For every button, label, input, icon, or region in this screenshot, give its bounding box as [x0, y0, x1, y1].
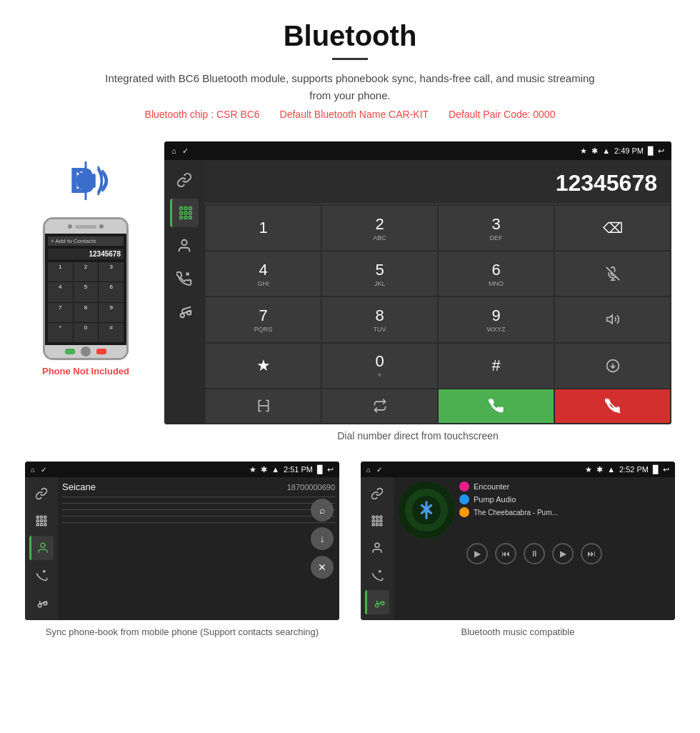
dial-key-3[interactable]: 3DEF	[439, 206, 554, 250]
svg-rect-5	[179, 211, 182, 214]
android-status-bar: ⌂ ✓ ★ ✱ ▲ 2:49 PM ▉ ↩	[164, 141, 671, 160]
search-contact-btn[interactable]: ⌕	[311, 499, 334, 522]
svg-rect-37	[376, 516, 379, 518]
phone-home-btn[interactable]	[81, 346, 91, 356]
phone-key-8[interactable]: 8	[74, 303, 99, 322]
ms-icon-contacts[interactable]	[365, 536, 389, 560]
svg-rect-44	[380, 524, 382, 526]
ms-icon-music[interactable]	[365, 590, 389, 614]
dial-key-6[interactable]: 6MNO	[439, 251, 554, 296]
status-right: ★ ✱ ▲ 2:49 PM ▉ ↩	[580, 146, 664, 156]
contacts-status-left: ⌂ ✓	[31, 466, 46, 474]
phone-call-btn[interactable]	[65, 349, 75, 354]
track-pump: Pump Audio	[459, 494, 671, 504]
svg-rect-3	[184, 207, 187, 210]
cs-icon-music[interactable]	[29, 590, 54, 614]
sidebar-icon-music[interactable]	[170, 297, 199, 326]
svg-point-45	[375, 543, 379, 547]
usb-icon-small: ✓	[41, 466, 46, 474]
svg-rect-38	[380, 516, 382, 518]
spec-chip: Bluetooth chip : CSR BC6	[145, 109, 260, 120]
spec-code: Default Pair Code: 0000	[449, 109, 555, 120]
sidebar-icon-calls[interactable]	[170, 264, 199, 293]
music-status-left: ⌂ ✓	[366, 466, 382, 474]
dial-key-9[interactable]: 9WXYZ	[439, 297, 554, 341]
home-icon-music: ⌂	[366, 466, 371, 474]
sidebar-icon-contacts[interactable]	[170, 231, 199, 260]
svg-rect-9	[184, 216, 187, 219]
usb-icon-music: ✓	[376, 466, 382, 474]
phone-key-2[interactable]: 2	[74, 262, 99, 281]
dial-key-4[interactable]: 4GHI	[206, 251, 321, 296]
dial-key-8[interactable]: 8TUV	[322, 297, 437, 341]
music-screenshot: ⌂ ✓ ★ ✱ ▲ 2:52 PM ▉ ↩	[357, 462, 679, 644]
dial-key-speaker[interactable]	[555, 297, 670, 341]
phone-key-4[interactable]: 4	[48, 282, 73, 301]
music-pause-btn[interactable]: ⏸	[524, 543, 545, 564]
cs-icon-calls[interactable]	[29, 563, 54, 587]
dial-key-call[interactable]	[439, 389, 554, 423]
music-note-icon: ♪	[446, 523, 452, 536]
ms-icon-dialpad[interactable]	[365, 509, 389, 533]
bluetooth-icon-wrapper: ⬢ B	[61, 156, 111, 206]
dial-key-end[interactable]	[555, 389, 670, 423]
svg-rect-40	[376, 520, 379, 522]
svg-rect-32	[44, 524, 46, 526]
phone-key-1[interactable]: 1	[48, 262, 73, 281]
dial-key-merge[interactable]	[206, 389, 321, 423]
svg-rect-36	[372, 516, 374, 518]
dial-key-swap[interactable]	[322, 389, 437, 423]
dial-key-mute[interactable]	[555, 251, 670, 296]
phone-key-9[interactable]: 9	[99, 303, 124, 322]
delete-contact-btn[interactable]: ✕	[311, 556, 334, 579]
page-specs: Bluetooth chip : CSR BC6 Default Bluetoo…	[29, 109, 671, 120]
sidebar-icon-dialpad[interactable]	[170, 199, 199, 227]
back-icon-music[interactable]: ↩	[663, 465, 669, 474]
signal-icon-music: ▲	[607, 465, 615, 474]
dial-key-transfer[interactable]	[555, 344, 670, 388]
dial-key-hash[interactable]: #	[439, 344, 554, 388]
phone-key-hash[interactable]: #	[99, 323, 124, 342]
cs-icon-contacts[interactable]	[29, 536, 54, 560]
phone-key-7[interactable]: 7	[48, 303, 73, 322]
back-icon[interactable]: ↩	[658, 146, 664, 156]
phone-key-star[interactable]: *	[48, 323, 73, 342]
cs-icon-link[interactable]	[29, 482, 54, 506]
track-encounter: Encounter	[459, 482, 671, 492]
dial-key-7[interactable]: 7PQRS	[206, 297, 321, 341]
svg-rect-26	[44, 516, 46, 518]
music-android-screen: ⌂ ✓ ★ ✱ ▲ 2:52 PM ▉ ↩	[361, 462, 675, 620]
cs-icon-dialpad[interactable]	[29, 509, 54, 533]
music-prev-btn[interactable]: ⏮	[495, 543, 516, 564]
phone-top-bar	[45, 219, 126, 234]
music-play-btn[interactable]: ▶	[466, 543, 488, 564]
ms-icon-calls[interactable]	[365, 563, 389, 587]
svg-rect-8	[179, 216, 182, 219]
phone-key-3[interactable]: 3	[99, 262, 124, 281]
phone-not-included: Phone Not Included	[42, 366, 129, 377]
back-icon-small[interactable]: ↩	[327, 465, 334, 474]
bt-icon-music: ✱	[596, 465, 603, 474]
music-next-btn[interactable]: ▶	[552, 543, 574, 564]
phone-key-6[interactable]: 6	[99, 282, 124, 301]
dial-key-0[interactable]: 0+	[322, 344, 437, 388]
ms-icon-link[interactable]	[365, 482, 389, 506]
svg-rect-30	[36, 524, 39, 526]
dial-key-backspace[interactable]: ⌫	[555, 206, 670, 250]
phone-end-btn[interactable]	[96, 349, 106, 354]
contact-line-5	[62, 522, 335, 523]
gps-icon-music: ★	[585, 465, 592, 474]
sidebar-icon-link[interactable]	[170, 166, 199, 194]
dial-key-2[interactable]: 2ABC	[322, 206, 437, 250]
phone-key-5[interactable]: 5	[74, 282, 99, 301]
dial-key-star[interactable]: ★	[206, 344, 321, 388]
music-skip-btn[interactable]: ⏭	[581, 543, 602, 564]
dial-key-1[interactable]: 1	[206, 206, 321, 250]
sidebar	[164, 160, 204, 424]
dial-key-5[interactable]: 5JKL	[322, 251, 437, 296]
phone-key-0[interactable]: 0	[74, 323, 99, 342]
contact-line-2	[62, 503, 335, 504]
page-description: Integrated with BC6 Bluetooth module, su…	[100, 70, 600, 104]
spec-name: Default Bluetooth Name CAR-KIT	[280, 109, 429, 120]
download-contact-btn[interactable]: ↓	[311, 527, 334, 550]
